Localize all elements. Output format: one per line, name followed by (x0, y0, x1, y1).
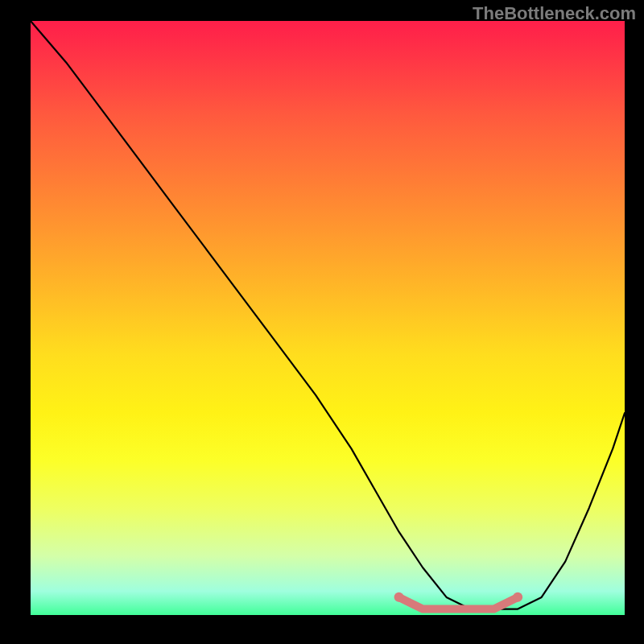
chart-curve (31, 21, 625, 609)
highlight-dot-end (513, 592, 522, 602)
highlight-dot-start (394, 592, 404, 602)
watermark-text: TheBottleneck.com (473, 3, 636, 24)
chart-svg (31, 21, 625, 615)
chart-plot-area (31, 21, 625, 615)
